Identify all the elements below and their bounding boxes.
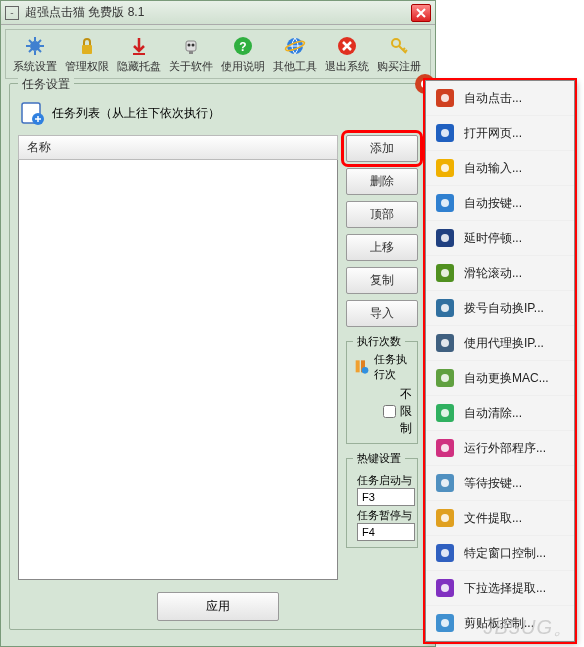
svg-rect-2 [133,53,145,55]
svg-point-52 [441,584,449,592]
pause-hotkey-label: 任务暂停与 [357,508,415,523]
menu-item-window-control[interactable]: 特定窗口控制... [426,536,574,571]
menu-item-label: 自动按键... [464,195,522,212]
task-list-title: 任务列表（从上往下依次执行） [52,105,220,122]
copy-button[interactable]: 复制 [346,267,418,294]
menu-item-wait-keypress[interactable]: 等待按键... [426,466,574,501]
toolbar-hide-tray[interactable]: 隐藏托盘 [114,33,164,76]
task-buttons-panel: 添加 删除 顶部 上移 复制 导入 执行次数 [346,135,418,580]
svg-point-26 [441,129,449,137]
toolbar-about-software[interactable]: 关于软件 [166,33,216,76]
exec-count-title: 执行次数 [353,334,405,349]
svg-point-5 [192,43,195,46]
arrow-down-icon [128,35,150,57]
robot-icon [180,35,202,57]
menu-item-auto-keypress[interactable]: 自动按键... [426,186,574,221]
toolbar-usage-help[interactable]: ?使用说明 [218,33,268,76]
menu-item-label: 使用代理换IP... [464,335,544,352]
menu-item-wheel-scroll[interactable]: 滑轮滚动... [426,256,574,291]
toolbar: 系统设置管理权限隐藏托盘关于软件?使用说明其他工具退出系统购买注册 [5,29,431,79]
auto-keypress-icon [434,192,456,214]
proxy-change-ip-icon [434,332,456,354]
svg-point-34 [441,269,449,277]
ie-icon [284,35,306,57]
svg-point-48 [441,514,449,522]
svg-text:?: ? [239,40,246,54]
svg-point-4 [188,43,191,46]
menu-item-auto-change-mac[interactable]: 自动更换MAC... [426,361,574,396]
app-window: - 超强点击猫 免费版 8.1 系统设置管理权限隐藏托盘关于软件?使用说明其他工… [0,0,436,647]
menu-item-open-webpage[interactable]: 打开网页... [426,116,574,151]
toolbar-label: 管理权限 [65,59,109,74]
unlimited-label: 不限制 [400,386,412,437]
list-column-header: 名称 [18,135,338,160]
svg-point-24 [441,94,449,102]
svg-point-28 [441,164,449,172]
svg-rect-15 [356,360,360,372]
top-button[interactable]: 顶部 [346,201,418,228]
wheel-scroll-icon [434,262,456,284]
task-list-header: 任务列表（从上往下依次执行） [18,99,418,127]
close-button[interactable] [411,4,431,22]
hotkey-fieldset: 热键设置 任务启动与 [346,458,418,548]
toolbar-buy-register[interactable]: 购买注册 [374,33,424,76]
lock-icon [76,35,98,57]
svg-point-17 [362,367,369,374]
menu-item-clipboard-control[interactable]: 剪贴板控制... [426,606,574,641]
menu-item-proxy-change-ip[interactable]: 使用代理换IP... [426,326,574,361]
svg-point-36 [441,304,449,312]
dial-change-ip-icon [434,297,456,319]
menu-item-label: 特定窗口控制... [464,545,546,562]
menu-item-label: 文件提取... [464,510,522,527]
auto-clear-icon [434,402,456,424]
svg-point-50 [441,549,449,557]
start-hotkey-label: 任务启动与 [357,473,415,488]
menu-item-run-external[interactable]: 运行外部程序... [426,431,574,466]
task-settings-title: 任务设置 [18,76,74,93]
up-button[interactable]: 上移 [346,234,418,261]
add-button[interactable]: 添加 [346,135,418,162]
toolbar-manage-permissions[interactable]: 管理权限 [62,33,112,76]
delete-button[interactable]: 删除 [346,168,418,195]
menu-item-auto-click[interactable]: 自动点击... [426,81,574,116]
dropdown-extract-icon [434,577,456,599]
exec-icon [353,354,370,380]
unlimited-checkbox[interactable] [383,405,396,418]
menu-item-label: 拨号自动换IP... [464,300,544,317]
clipboard-control-icon [434,612,456,634]
task-list[interactable] [18,160,338,580]
svg-point-12 [392,39,400,47]
menu-item-dropdown-extract[interactable]: 下拉选择提取... [426,571,574,606]
menu-item-auto-clear[interactable]: 自动清除... [426,396,574,431]
toolbar-label: 系统设置 [13,59,57,74]
auto-change-mac-icon [434,367,456,389]
menu-item-file-extract[interactable]: 文件提取... [426,501,574,536]
gear-icon [24,35,46,57]
window-icon: - [5,6,19,20]
menu-item-label: 打开网页... [464,125,522,142]
svg-point-40 [441,374,449,382]
menu-item-label: 等待按键... [464,475,522,492]
svg-point-38 [441,339,449,347]
menu-item-dial-change-ip[interactable]: 拨号自动换IP... [426,291,574,326]
svg-point-44 [441,444,449,452]
apply-button[interactable]: 应用 [157,592,279,621]
start-hotkey-input[interactable] [357,488,415,506]
toolbar-other-tools[interactable]: 其他工具 [270,33,320,76]
svg-point-30 [441,199,449,207]
menu-item-delay-pause[interactable]: 延时停顿... [426,221,574,256]
toolbar-system-settings[interactable]: 系统设置 [10,33,60,76]
toolbar-label: 隐藏托盘 [117,59,161,74]
menu-item-auto-input[interactable]: 自动输入... [426,151,574,186]
close-icon [416,8,426,18]
toolbar-exit-system[interactable]: 退出系统 [322,33,372,76]
auto-input-icon [434,157,456,179]
svg-point-42 [441,409,449,417]
menu-item-label: 自动输入... [464,160,522,177]
titlebar: - 超强点击猫 免费版 8.1 [1,1,435,25]
window-title: 超强点击猫 免费版 8.1 [25,4,411,21]
toolbar-label: 退出系统 [325,59,369,74]
pause-hotkey-input[interactable] [357,523,415,541]
import-button[interactable]: 导入 [346,300,418,327]
hotkey-title: 热键设置 [353,451,405,466]
